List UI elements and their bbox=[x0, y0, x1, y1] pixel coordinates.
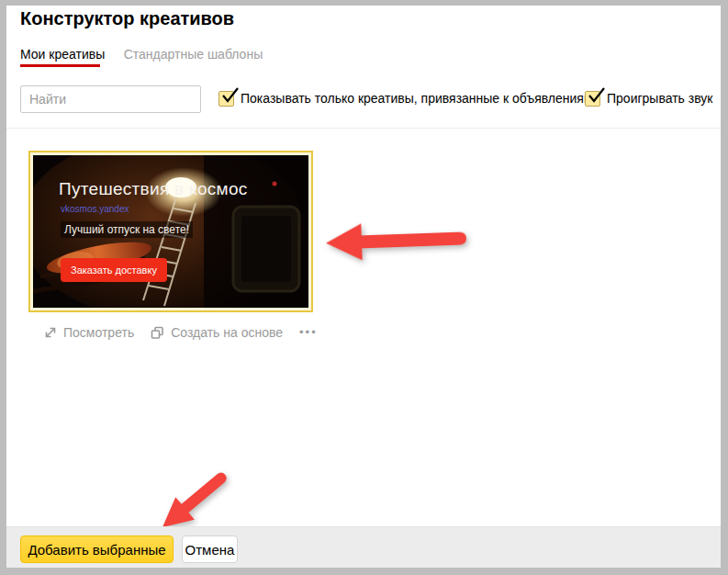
creative-title: Путешествия в космос bbox=[59, 179, 248, 199]
add-selected-button[interactable]: Добавить выбранные bbox=[20, 536, 174, 563]
window-frame: Конструктор креативов Мои креативы Станд… bbox=[0, 0, 728, 575]
clone-label: Создать на основе bbox=[171, 325, 283, 340]
checkbox-label: Показывать только креативы, привязанные … bbox=[241, 89, 593, 108]
active-tab-underline bbox=[20, 64, 100, 67]
copy-icon bbox=[151, 326, 164, 340]
checkmark-icon bbox=[220, 86, 240, 106]
creative-constructor-dialog: Конструктор креативов Мои креативы Станд… bbox=[6, 6, 721, 568]
annotation-arrow-creative bbox=[320, 214, 474, 267]
creative-description: Лучший отпуск на свете! bbox=[61, 221, 193, 238]
creative-url: vkosmos.yandex bbox=[61, 204, 129, 214]
tab-my-creatives[interactable]: Мои креативы bbox=[20, 47, 105, 62]
search-input[interactable] bbox=[20, 85, 201, 113]
view-button[interactable]: Посмотреть bbox=[44, 325, 134, 340]
cancel-button[interactable]: Отмена bbox=[182, 536, 238, 563]
tab-bar: Мои креативы Стандартные шаблоны bbox=[20, 46, 277, 70]
dialog-footer: Добавить выбранные Отмена bbox=[6, 526, 721, 568]
creative-cta-button: Заказать доставку bbox=[61, 258, 167, 282]
checkbox-box[interactable] bbox=[218, 91, 234, 107]
checkbox-play-sound[interactable]: Проигрывать звук bbox=[585, 89, 712, 108]
creative-actions-row: Посмотреть Создать на основе ••• bbox=[44, 325, 318, 340]
checkmark-icon bbox=[587, 86, 606, 106]
more-options-button[interactable]: ••• bbox=[299, 328, 318, 337]
clone-button[interactable]: Создать на основе bbox=[151, 325, 283, 340]
view-label: Посмотреть bbox=[63, 325, 134, 340]
checkbox-linked-creatives[interactable]: Показывать только креативы, привязанные … bbox=[218, 89, 593, 108]
checkbox-label: Проигрывать звук bbox=[607, 89, 712, 108]
page-title: Конструктор креативов bbox=[20, 8, 234, 29]
toolbar-separator bbox=[6, 128, 721, 129]
tab-standard-templates[interactable]: Стандартные шаблоны bbox=[124, 47, 263, 62]
expand-icon bbox=[44, 326, 57, 339]
creative-card-selected[interactable]: Путешествия в космос vkosmos.yandex Лучш… bbox=[28, 151, 313, 312]
creative-thumbnail: Путешествия в космос vkosmos.yandex Лучш… bbox=[33, 155, 308, 308]
checkbox-box[interactable] bbox=[585, 91, 600, 107]
